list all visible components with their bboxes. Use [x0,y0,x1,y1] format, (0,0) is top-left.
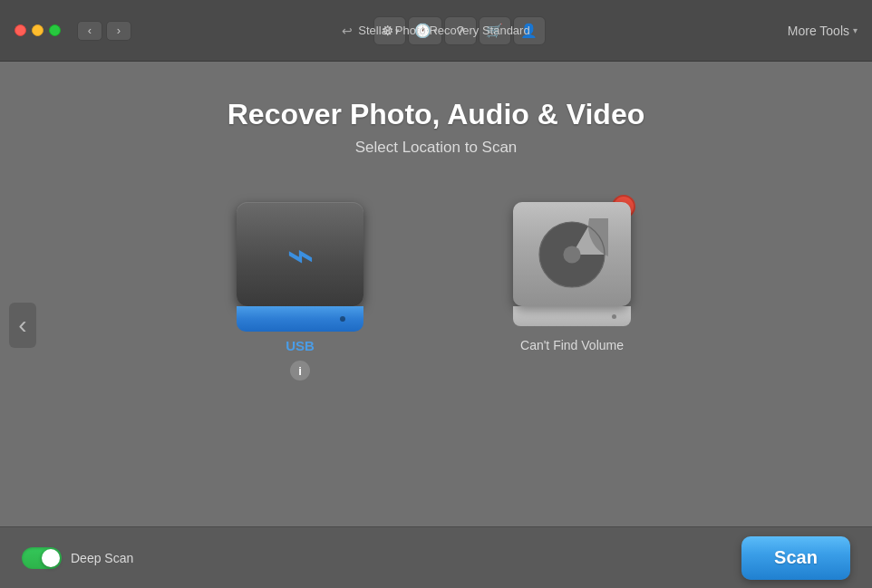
bottom-bar: Deep Scan Scan [0,526,872,588]
volume-drive-wrapper: ? [509,202,635,329]
scan-button[interactable]: Scan [741,536,850,580]
usb-drive-wrapper: ⌁ [237,202,363,329]
cant-find-volume-item[interactable]: ? [509,202,635,352]
usb-symbol-icon: ⌁ [286,227,315,282]
close-button[interactable] [15,24,26,36]
usb-drive-label: USB [286,338,315,353]
pie-chart [536,218,608,291]
title-bar: ‹ › ↩ Stellar Photo Recovery Standard ⚙ … [0,0,872,62]
title-center: ↩ Stellar Photo Recovery Standard [342,24,529,38]
svg-point-1 [563,246,580,263]
deep-scan-label: Deep Scan [71,551,133,565]
deep-scan-toggle[interactable] [22,547,62,569]
deep-scan-group: Deep Scan [22,547,133,569]
maximize-button[interactable] [49,24,61,36]
volume-base [513,306,631,326]
main-content: Recover Photo, Audio & Video Select Loca… [0,62,872,588]
usb-drive-body: ⌁ [237,202,363,306]
usb-drive-base [237,306,363,332]
usb-info-icon[interactable]: i [290,361,310,381]
left-nav-arrow[interactable]: ‹ [9,303,36,348]
minimize-button[interactable] [32,24,44,36]
back-button[interactable]: ‹ [77,21,102,41]
volume-base-dot [612,314,616,319]
app-title: Stellar Photo Recovery Standard [358,24,529,37]
more-tools-label: More Tools [788,24,849,38]
undo-icon: ↩ [342,24,353,38]
more-tools-arrow-icon: ▾ [853,25,857,35]
usb-base-dot [340,316,345,322]
usb-drive-item[interactable]: ⌁ USB i [237,202,363,381]
main-subheading: Select Location to Scan [355,139,518,157]
drives-container: ⌁ USB i ? [237,202,635,381]
title-bar-left: ‹ › [15,21,131,41]
more-tools-button[interactable]: More Tools ▾ [788,24,857,38]
nav-buttons: ‹ › [77,21,131,41]
forward-button[interactable]: › [106,21,131,41]
volume-body [513,202,631,306]
title-bar-right: More Tools ▾ [788,24,857,38]
toggle-knob [42,549,60,567]
main-heading: Recover Photo, Audio & Video [228,98,645,131]
cant-find-volume-label: Can't Find Volume [520,338,624,352]
traffic-lights [15,24,61,36]
